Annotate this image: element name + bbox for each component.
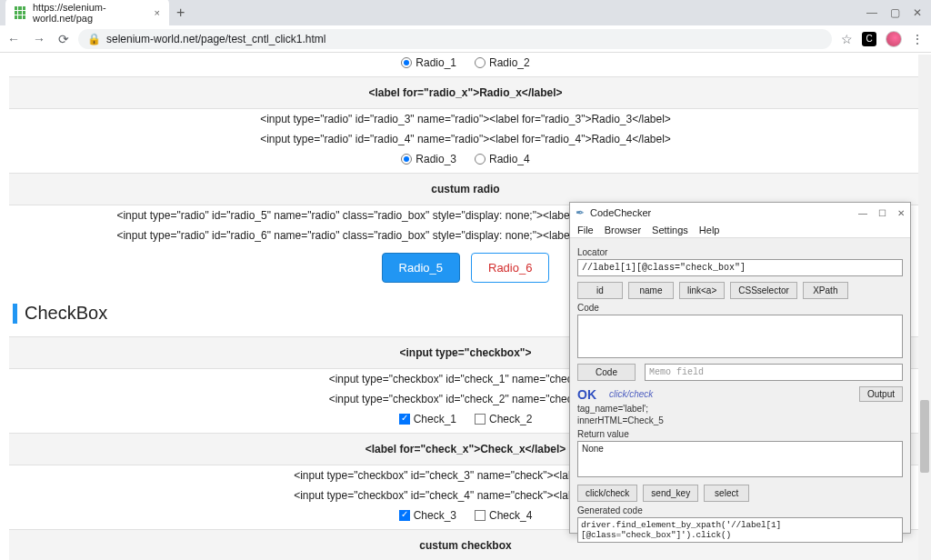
minimize-icon[interactable]: —: [858, 208, 867, 218]
menu-icon[interactable]: ⋮: [911, 32, 924, 46]
code-label: Code: [577, 303, 903, 313]
window-controls: — ▢ ✕: [866, 6, 931, 19]
generated-code-label: Generated code: [577, 505, 903, 515]
forward-icon[interactable]: →: [33, 32, 45, 46]
check-3[interactable]: Check_3: [399, 509, 456, 522]
maximize-icon[interactable]: ▢: [890, 6, 900, 19]
innerhtml-info: innerHTML=Check_5: [577, 415, 903, 425]
codechecker-window: ✒ CodeChecker — ☐ ✕ File Browser Setting…: [569, 202, 911, 534]
memo-field[interactable]: Memo field: [645, 364, 903, 381]
browser-tab[interactable]: https://selenium-world.net/pag ×: [5, 0, 169, 27]
radio-3[interactable]: Radio_3: [401, 153, 456, 165]
radio-icon: [475, 57, 486, 68]
custom-radio-heading: custum radio: [9, 179, 922, 199]
codechecker-menubar: File Browser Settings Help: [570, 223, 910, 238]
favicon-icon: [15, 6, 25, 19]
radio-icon: [401, 154, 412, 165]
ok-status: OK: [577, 387, 596, 402]
code-radio-3: <input type="radio" id="radio_3" name="r…: [9, 109, 922, 129]
generated-code-field[interactable]: driver.find_element_by_xpath('//label[1]…: [577, 517, 903, 543]
codechecker-titlebar[interactable]: ✒ CodeChecker — ☐ ✕: [570, 203, 910, 223]
menu-help[interactable]: Help: [699, 225, 720, 235]
checkbox-icon: [475, 414, 486, 425]
reload-icon[interactable]: ⟳: [58, 32, 69, 46]
return-value-label: Return value: [577, 429, 903, 439]
browser-toolbar: ← → ⟳ 🔒 selenium-world.net/page/test_cnt…: [0, 25, 931, 53]
send-key-button[interactable]: send_key: [643, 485, 698, 502]
feather-icon: ✒: [576, 206, 585, 219]
radio-6-button[interactable]: Radio_6: [471, 253, 549, 283]
radio-icon: [401, 57, 412, 68]
browser-chrome: https://selenium-world.net/pag × + — ▢ ✕…: [0, 0, 931, 53]
radio-4[interactable]: Radio_4: [475, 153, 530, 165]
address-bar[interactable]: 🔒 selenium-world.net/page/test_cntl_clic…: [78, 29, 832, 49]
name-button[interactable]: name: [628, 282, 674, 299]
radio-icon: [475, 154, 486, 165]
section-accent-bar: [13, 304, 17, 324]
code-textarea[interactable]: [577, 315, 903, 358]
menu-file[interactable]: File: [577, 225, 594, 235]
scrollbar-thumb[interactable]: [920, 400, 929, 473]
check-4[interactable]: Check_4: [475, 509, 532, 522]
locator-label: Locator: [577, 247, 903, 257]
page-scrollbar[interactable]: [918, 55, 931, 560]
radio-1[interactable]: Radio_1: [401, 56, 456, 69]
checkbox-icon: [475, 510, 486, 521]
radio-5-button[interactable]: Radio_5: [382, 253, 460, 283]
titlebar: https://selenium-world.net/pag × + — ▢ ✕: [0, 0, 931, 25]
close-icon[interactable]: ✕: [913, 6, 922, 19]
tab-close-icon[interactable]: ×: [155, 7, 160, 18]
check-1[interactable]: Check_1: [399, 413, 456, 425]
checkbox-icon: [399, 414, 410, 425]
output-button[interactable]: Output: [859, 386, 903, 402]
minimize-icon[interactable]: —: [866, 6, 877, 19]
menu-browser[interactable]: Browser: [605, 225, 641, 235]
new-tab-button[interactable]: +: [176, 5, 185, 21]
extension-icon[interactable]: C: [862, 32, 876, 46]
id-button[interactable]: id: [577, 282, 623, 299]
radio-row-3-4: Radio_3 Radio_4: [9, 149, 922, 169]
radio-row-1-2: Radio_1 Radio_2: [9, 53, 922, 73]
check-2[interactable]: Check_2: [475, 413, 532, 425]
checkbox-icon: [399, 510, 410, 521]
code-button[interactable]: Code: [577, 364, 636, 381]
tag-name-info: tag_name='label';: [577, 404, 903, 414]
menu-settings[interactable]: Settings: [652, 225, 688, 235]
back-icon[interactable]: ←: [7, 32, 20, 46]
select-button[interactable]: select: [704, 485, 749, 502]
cssselector-button[interactable]: CSSselector: [730, 282, 797, 299]
url-text: selenium-world.net/page/test_cntl_click1…: [106, 33, 325, 45]
profile-avatar-icon[interactable]: [886, 31, 902, 47]
return-value-box[interactable]: None: [577, 441, 903, 477]
code-radio-4: <input type="radio" id="radio_4" name="r…: [9, 129, 922, 149]
maximize-icon[interactable]: ☐: [878, 208, 886, 218]
radio-2[interactable]: Radio_2: [475, 56, 530, 69]
star-icon[interactable]: ☆: [841, 32, 853, 46]
xpath-button[interactable]: XPath: [803, 282, 848, 299]
locator-input[interactable]: //label[1][@class="check_box"]: [577, 259, 903, 276]
close-icon[interactable]: ✕: [897, 208, 905, 218]
link-button[interactable]: link<a>: [679, 282, 725, 299]
label-radio-x-heading: <label for="radio_x">Radio_x</label>: [9, 83, 922, 103]
tab-title: https://selenium-world.net/pag: [33, 2, 147, 24]
click-check-label: click/check: [609, 389, 653, 399]
lock-icon: 🔒: [87, 33, 101, 45]
window-title: CodeChecker: [590, 207, 651, 218]
click-check-button[interactable]: click/check: [577, 485, 637, 502]
